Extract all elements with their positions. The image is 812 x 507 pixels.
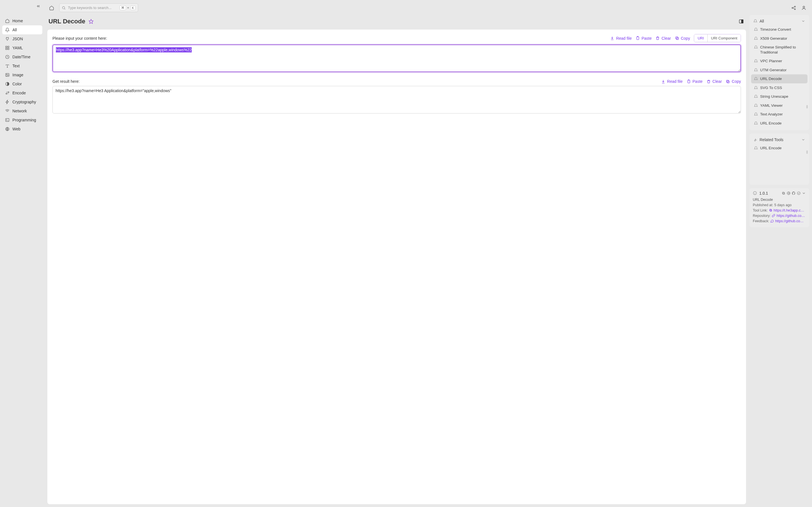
- input-group: Please input your content here: Read fil…: [52, 34, 741, 73]
- widget-info: 1.0.1 URL Decode Published at: 5 days ag…: [749, 188, 809, 227]
- sidebar-item-home[interactable]: Home: [2, 16, 42, 25]
- info-tool-link: Tool Link: https://t.he3app.co…: [753, 209, 806, 212]
- search-input[interactable]: [68, 6, 117, 10]
- output-textarea[interactable]: [52, 86, 741, 114]
- wifi-icon: [5, 109, 10, 113]
- grid-icon: [5, 46, 10, 50]
- sidebar-item-label: Programming: [12, 118, 36, 122]
- output-label: Get result here:: [52, 79, 80, 83]
- sidebar-item-programming[interactable]: Programming: [2, 115, 42, 124]
- svg-rect-5: [6, 73, 9, 76]
- all-list-item[interactable]: UTM Generator: [751, 66, 808, 75]
- info-tool-link-url[interactable]: https://t.he3app.co…: [774, 209, 806, 212]
- info-feedback: Feedback: https://github.com/…: [753, 219, 806, 223]
- input-clear-button[interactable]: Clear: [656, 36, 671, 41]
- terminal-icon: [5, 118, 10, 122]
- svg-rect-23: [726, 80, 729, 82]
- globe-icon[interactable]: [786, 191, 791, 195]
- page-header: URL Decode: [47, 15, 746, 30]
- widget-related-list: URL Encode: [751, 144, 808, 153]
- sidebar-item-color[interactable]: Color: [2, 79, 42, 89]
- copy-icon[interactable]: [781, 191, 785, 195]
- sidebar-item-label: Cryptography: [12, 100, 36, 104]
- svg-point-14: [803, 6, 805, 8]
- user-icon[interactable]: [801, 5, 806, 10]
- bell-icon: [754, 27, 758, 32]
- all-list-item[interactable]: YAML Viewer: [751, 101, 808, 110]
- all-list-item[interactable]: Timezone Convert: [751, 25, 808, 34]
- all-list-item[interactable]: Text Analyzer: [751, 110, 808, 119]
- output-paste-button[interactable]: Paste: [687, 79, 703, 83]
- page-title: URL Decode: [49, 18, 85, 25]
- check-icon[interactable]: [797, 191, 801, 195]
- home-button-icon[interactable]: [47, 4, 56, 12]
- all-list-item[interactable]: SVG To CSS: [751, 83, 808, 93]
- bell-icon: [754, 95, 758, 99]
- all-list-item[interactable]: URL Decode: [751, 74, 808, 83]
- info-repo-url[interactable]: https://github.com…: [776, 214, 806, 218]
- widget-related: Related Tools URL Encode: [749, 133, 809, 185]
- all-list-item-label: X509 Generator: [760, 36, 787, 41]
- info-feedback-url[interactable]: https://github.com/…: [775, 219, 806, 223]
- sidebar-item-label: Date/Time: [12, 55, 31, 59]
- output-readfile-button[interactable]: Read file: [661, 79, 682, 83]
- widget-all-header[interactable]: All: [751, 17, 808, 25]
- input-textarea[interactable]: [52, 45, 741, 72]
- all-list-item[interactable]: URL Encode: [751, 119, 808, 128]
- mode-uri-component-button[interactable]: URI Component: [707, 34, 741, 42]
- output-clear-button[interactable]: Clear: [707, 79, 722, 83]
- bell-icon: [754, 37, 758, 41]
- all-list-item[interactable]: String Unescape: [751, 92, 808, 101]
- bolt-icon: [5, 100, 10, 104]
- related-list-item[interactable]: URL Encode: [751, 144, 808, 153]
- favorite-star-icon[interactable]: [89, 19, 94, 24]
- svg-rect-21: [688, 80, 690, 83]
- mode-toggle: URI URI Component: [694, 34, 741, 42]
- sidebar-item-all[interactable]: All: [2, 25, 42, 34]
- input-copy-button[interactable]: Copy: [675, 36, 690, 41]
- all-list-item[interactable]: VPC Planner: [751, 57, 808, 66]
- share-icon[interactable]: [791, 5, 796, 10]
- svg-point-10: [62, 6, 64, 9]
- chevron-down-icon[interactable]: [801, 138, 805, 142]
- search-box[interactable]: ⌘ + K: [59, 3, 138, 12]
- sidebar-item-label: Color: [12, 82, 22, 86]
- sidebar-item-yaml[interactable]: YAML: [2, 43, 42, 52]
- output-copy-button[interactable]: Copy: [726, 79, 741, 83]
- all-list-item-label: String Unescape: [760, 94, 788, 99]
- tool-card: Please input your content here: Read fil…: [47, 30, 746, 504]
- all-list-item[interactable]: X509 Generator: [751, 34, 808, 43]
- svg-rect-25: [783, 192, 784, 194]
- info-version: 1.0.1: [759, 191, 768, 195]
- widget-related-header[interactable]: Related Tools: [751, 136, 808, 144]
- sidebar-item-text[interactable]: Text: [2, 61, 42, 70]
- sidebar-item-web[interactable]: Web: [2, 124, 42, 133]
- chevron-down-icon[interactable]: [802, 191, 806, 195]
- sidebar-item-label: Encode: [12, 91, 26, 95]
- sidebar-item-encode[interactable]: Encode: [2, 89, 42, 98]
- transfer-icon: [5, 91, 10, 95]
- input-paste-button[interactable]: Paste: [636, 36, 652, 41]
- sidebar-item-network[interactable]: Network: [2, 107, 42, 115]
- contrast-icon: [5, 82, 10, 86]
- svg-rect-17: [742, 20, 743, 23]
- svg-rect-0: [6, 46, 7, 48]
- sidebar-item-datetime[interactable]: Date/Time: [2, 52, 42, 61]
- sidebar-item-image[interactable]: Image: [2, 70, 42, 79]
- github-icon[interactable]: [792, 191, 796, 195]
- sidebar-item-cryptography[interactable]: Cryptography: [2, 98, 42, 107]
- chevron-down-icon[interactable]: [801, 19, 805, 23]
- toggle-panel-icon[interactable]: [738, 18, 745, 25]
- all-list-item[interactable]: Chinese Simplified to Traditional: [751, 43, 808, 57]
- svg-rect-29: [770, 210, 772, 211]
- chat-icon: [770, 219, 774, 223]
- text-icon: [5, 64, 10, 68]
- sidebar-item-label: Text: [12, 64, 20, 68]
- svg-rect-8: [6, 119, 9, 122]
- sidebar-item-json[interactable]: JSON: [2, 34, 42, 43]
- mode-uri-button[interactable]: URI: [694, 34, 707, 42]
- input-label: Please input your content here:: [52, 36, 107, 41]
- svg-rect-22: [727, 81, 729, 83]
- input-readfile-button[interactable]: Read file: [610, 36, 631, 41]
- collapse-sidebar-icon[interactable]: [36, 4, 41, 8]
